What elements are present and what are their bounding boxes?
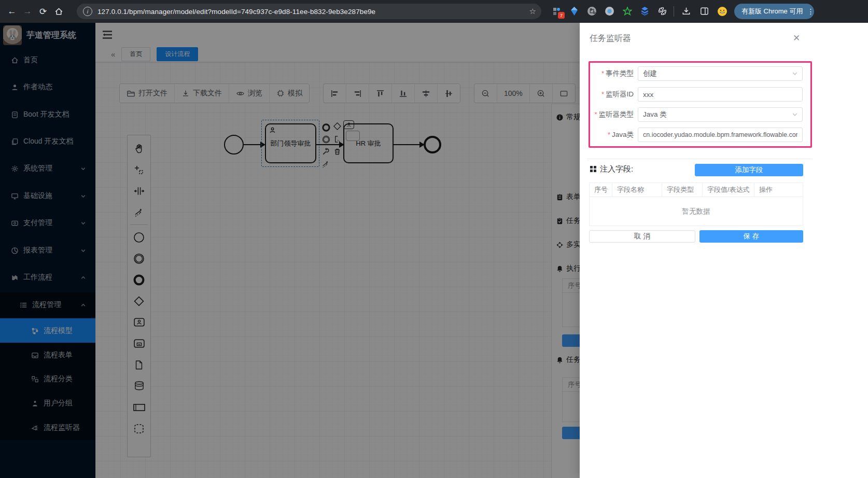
chrome-divider <box>674 6 674 17</box>
save-button[interactable]: 保 存 <box>699 230 803 243</box>
column-header-field-name: 字段名称 <box>612 183 662 196</box>
chrome-update-button[interactable]: 有新版 Chrome 可用 ⋮ <box>734 4 814 19</box>
screen: ← → ⟳ i 127.0.0.1/bpm/manager/model/edit… <box>0 0 868 478</box>
browser-reload-icon[interactable]: ⟳ <box>35 4 51 19</box>
column-header-field-value: 字段值/表达式 <box>703 183 754 196</box>
extension-badge: 7 <box>558 12 565 19</box>
event-type-select[interactable]: 创建 <box>638 66 803 81</box>
section-divider <box>587 159 812 159</box>
field-label: *监听器类型 <box>580 110 634 119</box>
listener-id-input-value[interactable] <box>643 91 797 99</box>
extension-icon-3[interactable] <box>586 6 597 17</box>
field-label: *事件类型 <box>580 69 634 78</box>
required-mark: * <box>594 110 597 118</box>
task-listener-drawer: 任务监听器 ✕ *事件类型 创建 *监听器ID *监听器类型 Java 类 <box>580 23 868 478</box>
listener-id-input[interactable] <box>638 87 803 102</box>
extensions-puzzle-icon[interactable] <box>657 6 668 17</box>
listener-type-select[interactable]: Java 类 <box>638 107 803 122</box>
field-label-text: 监听器ID <box>606 90 634 98</box>
save-label: 保 存 <box>744 232 760 241</box>
side-panel-icon[interactable] <box>699 6 710 17</box>
field-label: *Java类 <box>580 130 634 139</box>
table-header-row: 序号 字段名称 字段类型 字段值/表达式 操作 <box>590 183 803 197</box>
inject-fields-label: 注入字段: <box>600 164 633 174</box>
browser-forward-icon[interactable]: → <box>20 4 35 19</box>
inject-fields-header: 注入字段: <box>590 162 633 176</box>
drawer-title: 任务监听器 <box>590 33 631 44</box>
chrome-update-label: 有新版 Chrome 可用 <box>741 7 803 16</box>
url-text[interactable]: 127.0.0.1/bpm/manager/model/edit?modelId… <box>97 8 375 16</box>
extension-icon-4[interactable] <box>604 6 615 17</box>
address-bar[interactable]: i 127.0.0.1/bpm/manager/model/edit?model… <box>77 4 541 19</box>
field-label-text: 事件类型 <box>606 69 634 77</box>
add-field-button[interactable]: 添加字段 <box>695 164 803 176</box>
column-header-field-type: 字段类型 <box>662 183 703 196</box>
cancel-label: 取 消 <box>634 232 650 241</box>
field-label-text: Java类 <box>612 131 634 138</box>
site-info-icon[interactable]: i <box>83 7 92 16</box>
extension-icon-5[interactable] <box>622 6 633 17</box>
add-field-label: 添加字段 <box>735 165 763 175</box>
extension-icon-6[interactable] <box>639 6 650 17</box>
select-value: Java 类 <box>643 110 667 119</box>
browser-back-icon[interactable]: ← <box>4 4 20 19</box>
profile-avatar[interactable] <box>717 6 727 17</box>
browser-home-icon[interactable] <box>51 4 66 19</box>
column-header-actions: 操作 <box>754 183 803 196</box>
java-class-input[interactable] <box>638 128 803 142</box>
field-label: *监听器ID <box>580 90 634 99</box>
field-label-text: 监听器类型 <box>599 110 634 118</box>
required-mark: * <box>601 69 604 77</box>
java-class-input-value[interactable] <box>643 131 797 138</box>
required-mark: * <box>601 90 604 98</box>
cancel-button[interactable]: 取 消 <box>589 230 695 243</box>
grid-icon <box>590 166 596 172</box>
app-window: 🐰 芋道管理系统 首页 作者动态 Boot 开发文档 Cloud 开发文档 <box>0 23 868 478</box>
extension-icon-1[interactable]: 7 <box>551 6 562 17</box>
empty-state-text: 暂无数据 <box>590 197 803 226</box>
chevron-down-icon <box>792 71 798 77</box>
extension-icon-2[interactable] <box>569 6 580 17</box>
browser-toolbar: ← → ⟳ i 127.0.0.1/bpm/manager/model/edit… <box>0 0 868 23</box>
bookmark-star-icon[interactable]: ☆ <box>529 7 536 16</box>
select-value: 创建 <box>643 69 657 78</box>
downloads-icon[interactable] <box>681 6 692 17</box>
close-icon[interactable]: ✕ <box>791 33 802 43</box>
required-mark: * <box>608 131 610 138</box>
inject-fields-table: 序号 字段名称 字段类型 字段值/表达式 操作 暂无数据 <box>589 182 803 226</box>
chrome-menu-icon[interactable]: ⋮ <box>807 10 810 13</box>
column-header-seq: 序号 <box>590 183 612 196</box>
chevron-down-icon <box>792 111 798 118</box>
